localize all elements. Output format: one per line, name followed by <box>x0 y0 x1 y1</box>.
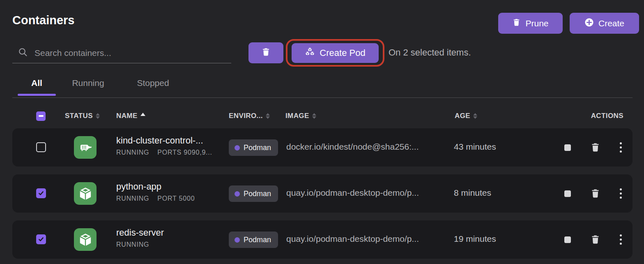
sort-image-icon[interactable] <box>312 113 316 119</box>
row-actions <box>564 220 622 259</box>
plus-circle-icon <box>584 18 594 29</box>
engine-dot-icon <box>235 145 240 151</box>
container-age: 43 minutes <box>454 142 496 152</box>
container-state: RUNNING <box>116 241 149 248</box>
search-input[interactable] <box>34 48 231 58</box>
more-actions-button[interactable] <box>620 234 622 245</box>
check-icon <box>38 190 44 197</box>
create-button[interactable]: Create <box>570 13 639 34</box>
column-age-label: AGE <box>455 112 470 120</box>
sort-age-icon[interactable] <box>473 113 477 119</box>
select-all-checkbox[interactable] <box>36 111 46 121</box>
column-environment-label: ENVIRO... <box>229 112 263 120</box>
container-image: docker.io/kindest/node@sha256:... <box>286 142 446 152</box>
delete-button[interactable] <box>590 234 600 245</box>
trash-icon <box>590 234 600 245</box>
container-state: RUNNING <box>116 149 149 156</box>
container-name[interactable]: redis-server <box>116 227 164 238</box>
engine-label: Podman <box>244 190 271 198</box>
trash-icon <box>590 188 600 199</box>
delete-button[interactable] <box>590 188 600 199</box>
more-actions-button[interactable] <box>620 142 622 153</box>
prune-button-label: Prune <box>525 19 548 28</box>
sort-status-icon[interactable] <box>96 113 100 119</box>
engine-dot-icon <box>235 191 240 197</box>
container-state: RUNNING <box>116 195 149 202</box>
column-image-label: IMAGE <box>285 112 309 120</box>
engine-label: Podman <box>244 144 271 152</box>
engine-dot-icon <box>235 237 240 243</box>
column-status-label: STATUS <box>65 112 93 120</box>
active-tab-indicator <box>18 94 56 96</box>
indeterminate-mark <box>39 115 44 116</box>
row-checkbox[interactable] <box>36 142 46 152</box>
container-ports: PORTS 9090,9... <box>157 149 212 156</box>
trash-icon <box>261 47 271 59</box>
row-checkbox[interactable] <box>36 234 46 244</box>
create-button-label: Create <box>598 19 624 28</box>
table-row[interactable]: python-app RUNNING PORT 5000 Podman quay… <box>12 174 632 213</box>
stop-button[interactable] <box>564 144 571 151</box>
stop-icon <box>564 190 571 197</box>
stop-icon <box>564 236 571 243</box>
column-name-label: NAME <box>116 112 138 120</box>
container-cube-icon[interactable] <box>74 228 97 251</box>
container-age: 8 minutes <box>454 188 491 198</box>
row-actions <box>564 128 622 167</box>
column-actions-label: ACTIONS <box>591 112 623 120</box>
table-header: STATUS NAME ENVIRO... IMAGE AGE ACTIONS <box>12 106 632 126</box>
create-pod-button[interactable]: Create Pod <box>292 43 379 63</box>
table-row[interactable]: redis-server RUNNING Podman quay.io/podm… <box>12 220 632 259</box>
sort-environment-icon[interactable] <box>266 113 270 119</box>
bulk-delete-button[interactable] <box>248 42 283 63</box>
check-icon <box>38 236 44 243</box>
container-age: 19 minutes <box>454 234 496 244</box>
stop-button[interactable] <box>564 236 571 243</box>
search-container <box>12 43 231 63</box>
kind-kube-icon[interactable] <box>74 136 97 159</box>
engine-badge: Podman <box>229 185 278 202</box>
delete-button[interactable] <box>590 142 600 153</box>
engine-badge: Podman <box>229 232 278 248</box>
page-title: Containers <box>12 14 74 27</box>
trash-icon <box>512 18 521 29</box>
row-actions <box>564 174 622 213</box>
tab-running[interactable]: Running <box>69 78 107 88</box>
more-actions-button[interactable] <box>620 188 622 199</box>
engine-badge: Podman <box>229 139 278 156</box>
pod-cubes-icon <box>305 47 315 60</box>
stop-button[interactable] <box>564 190 571 197</box>
container-name[interactable]: python-app <box>116 181 195 192</box>
search-icon <box>18 47 28 59</box>
table-row[interactable]: kind-cluster-control-... RUNNING PORTS 9… <box>12 128 632 167</box>
container-ports: PORT 5000 <box>157 195 195 202</box>
tab-all[interactable]: All <box>18 78 56 88</box>
selection-note: On 2 selected items. <box>389 47 471 58</box>
create-pod-button-label: Create Pod <box>320 48 365 58</box>
container-status-line: RUNNING PORTS 9090,9... <box>116 149 212 156</box>
trash-icon <box>590 142 600 153</box>
engine-label: Podman <box>244 236 271 244</box>
prune-button[interactable]: Prune <box>498 13 563 34</box>
sort-name-asc-icon[interactable] <box>140 113 145 116</box>
container-name[interactable]: kind-cluster-control-... <box>116 135 212 146</box>
tab-stopped[interactable]: Stopped <box>133 78 173 88</box>
container-image: quay.io/podman-desktop-demo/p... <box>286 234 446 244</box>
container-cube-icon[interactable] <box>74 182 97 205</box>
container-image: quay.io/podman-desktop-demo/p... <box>286 188 446 198</box>
tabs-divider <box>12 97 632 98</box>
stop-icon <box>564 144 571 151</box>
container-status-line: RUNNING <box>116 241 164 248</box>
row-checkbox[interactable] <box>36 188 46 198</box>
container-status-line: RUNNING PORT 5000 <box>116 195 195 202</box>
